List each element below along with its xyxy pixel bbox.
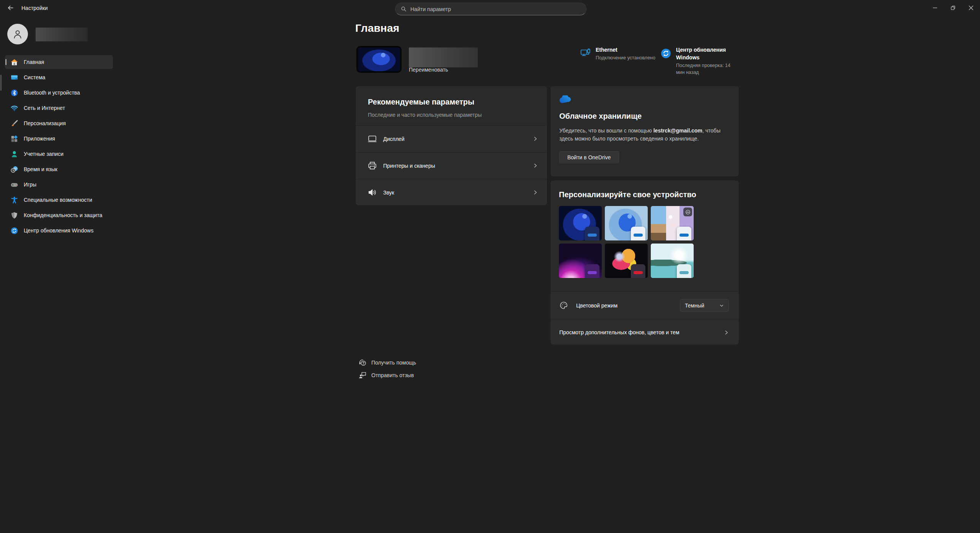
ethernet-subtitle: Подключение установлено xyxy=(596,54,655,61)
color-mode-dropdown[interactable]: Темный xyxy=(680,299,729,312)
get-help-label: Получить помощь xyxy=(371,360,416,366)
sidebar-item-time-language[interactable]: Время и язык xyxy=(5,162,113,176)
row-label: Принтеры и сканеры xyxy=(383,163,533,169)
feedback-icon xyxy=(358,371,367,379)
update-title: Центр обновления Windows xyxy=(676,46,739,61)
sound-row[interactable]: Звук xyxy=(356,179,547,206)
personalize-title: Персонализируйте свое устройство xyxy=(550,180,739,199)
recommended-title: Рекомендуемые параметры xyxy=(368,98,535,106)
recommended-subtitle: Последние и часто используемые параметры xyxy=(368,112,535,118)
send-feedback-label: Отправить отзыв xyxy=(371,372,414,378)
sidebar-item-label: Сеть и Интернет xyxy=(24,105,65,111)
sign-in-onedrive-button[interactable]: Войти в OneDrive xyxy=(559,151,619,163)
sidebar-item-label: Bluetooth и устройства xyxy=(24,90,80,96)
get-help-link[interactable]: Получить помощь xyxy=(358,358,416,367)
send-feedback-link[interactable]: Отправить отзыв xyxy=(358,371,414,379)
sidebar-item-label: Центр обновления Windows xyxy=(24,227,93,234)
recommended-settings-card: Рекомендуемые параметры Последние и част… xyxy=(355,86,547,206)
home-icon xyxy=(10,58,18,66)
color-mode-label: Цветовой режим xyxy=(576,302,680,309)
sidebar-item-label: Система xyxy=(24,74,45,80)
update-subtitle: Последняя проверка: 14 мин назад xyxy=(676,62,739,76)
windows-update-status-card[interactable]: Центр обновления Windows Последняя прове… xyxy=(661,46,739,76)
shield-icon xyxy=(10,211,18,219)
chevron-right-icon xyxy=(533,163,538,168)
sidebar-item-windows-update[interactable]: Центр обновления Windows xyxy=(5,224,113,237)
wifi-icon xyxy=(10,104,18,112)
sidebar-item-label: Главная xyxy=(24,59,44,65)
cloud-storage-body: Убедитесь, что вы вошли с помощью lestrc… xyxy=(559,127,731,143)
sidebar-item-gaming[interactable]: Игры xyxy=(5,178,113,191)
sidebar-item-accessibility[interactable]: Специальные возможности xyxy=(5,193,113,207)
ethernet-status-card[interactable]: Ethernet Подключение установлено xyxy=(580,46,661,61)
personalize-device-card: Персонализируйте свое устройство Цветово… xyxy=(550,180,739,345)
theme-thumbnail-aurora[interactable] xyxy=(559,244,602,278)
printers-scanners-row[interactable]: Принтеры и сканеры xyxy=(356,152,547,179)
window-controls xyxy=(926,0,980,15)
slideshow-badge-icon xyxy=(683,208,692,216)
sidebar: Главная Система Bluetooth и устройства С… xyxy=(0,16,115,533)
sidebar-item-privacy[interactable]: Конфиденциальность и защита xyxy=(5,208,113,222)
user-name-redacted xyxy=(36,28,88,41)
printer-icon xyxy=(367,161,377,170)
sidebar-item-bluetooth[interactable]: Bluetooth и устройства xyxy=(5,86,113,100)
sidebar-nav: Главная Система Bluetooth и устройства С… xyxy=(5,55,113,239)
accessibility-icon xyxy=(10,196,18,204)
search-icon xyxy=(401,6,407,12)
apps-icon xyxy=(10,134,18,143)
sidebar-item-network[interactable]: Сеть и Интернет xyxy=(5,101,113,115)
sidebar-item-label: Специальные возможности xyxy=(24,197,92,203)
restore-button[interactable] xyxy=(944,0,962,15)
sidebar-item-label: Приложения xyxy=(24,136,55,142)
rename-device-button[interactable]: Переименовать xyxy=(409,67,448,73)
sidebar-item-label: Время и язык xyxy=(24,166,57,172)
cloud-storage-card: Облачное хранилище Убедитесь, что вы вош… xyxy=(550,86,739,177)
speaker-icon xyxy=(367,188,377,197)
sidebar-item-apps[interactable]: Приложения xyxy=(5,132,113,146)
sidebar-item-label: Персонализация xyxy=(24,120,66,126)
brush-icon xyxy=(10,119,18,128)
page-title: Главная xyxy=(355,22,399,34)
back-arrow-icon xyxy=(7,5,14,11)
device-thumbnail xyxy=(356,46,402,73)
account-icon xyxy=(10,150,18,158)
sidebar-item-accounts[interactable]: Учетные записи xyxy=(5,147,113,161)
display-settings-row[interactable]: Дисплей xyxy=(356,125,547,152)
minimize-button[interactable] xyxy=(926,0,944,15)
user-avatar[interactable] xyxy=(7,24,28,44)
color-mode-value: Темный xyxy=(685,302,704,309)
onedrive-cloud-icon xyxy=(559,95,730,103)
display-icon xyxy=(367,134,377,144)
chevron-down-icon xyxy=(719,303,724,308)
theme-grid xyxy=(559,206,739,278)
device-name-redacted xyxy=(409,47,478,67)
windows-update-icon xyxy=(661,48,672,76)
sidebar-item-home[interactable]: Главная xyxy=(5,55,113,69)
windows-update-icon xyxy=(10,226,18,235)
color-mode-row: Цветовой режим Темный xyxy=(550,291,739,319)
sidebar-item-label: Учетные записи xyxy=(24,151,64,157)
sidebar-item-personalization[interactable]: Персонализация xyxy=(5,116,113,130)
chevron-right-icon xyxy=(533,190,538,195)
app-title: Настройки xyxy=(21,5,48,11)
theme-thumbnail-collage[interactable] xyxy=(651,206,694,240)
theme-thumbnail-bloom-dark[interactable] xyxy=(559,206,602,240)
close-button[interactable] xyxy=(962,0,980,15)
theme-thumbnail-beach[interactable] xyxy=(651,244,694,278)
ethernet-icon xyxy=(580,48,592,61)
back-button[interactable] xyxy=(4,2,17,14)
bluetooth-icon xyxy=(10,88,18,97)
sidebar-item-label: Игры xyxy=(24,181,36,188)
nav-scrollbar[interactable] xyxy=(0,75,2,91)
theme-thumbnail-floral[interactable] xyxy=(605,244,648,278)
sidebar-item-system[interactable]: Система xyxy=(5,70,113,84)
chevron-right-icon xyxy=(533,136,538,141)
gamepad-icon xyxy=(10,180,18,189)
search-input[interactable]: Найти параметр xyxy=(395,3,586,15)
row-label: Звук xyxy=(383,190,533,196)
browse-themes-row[interactable]: Просмотр дополнительных фонов, цветов и … xyxy=(550,319,739,345)
time-language-icon xyxy=(10,165,18,173)
theme-thumbnail-bloom-light[interactable] xyxy=(605,206,648,240)
cloud-storage-title: Облачное хранилище xyxy=(559,112,730,121)
settings-window: Настройки Найти параметр Главная xyxy=(0,0,980,533)
